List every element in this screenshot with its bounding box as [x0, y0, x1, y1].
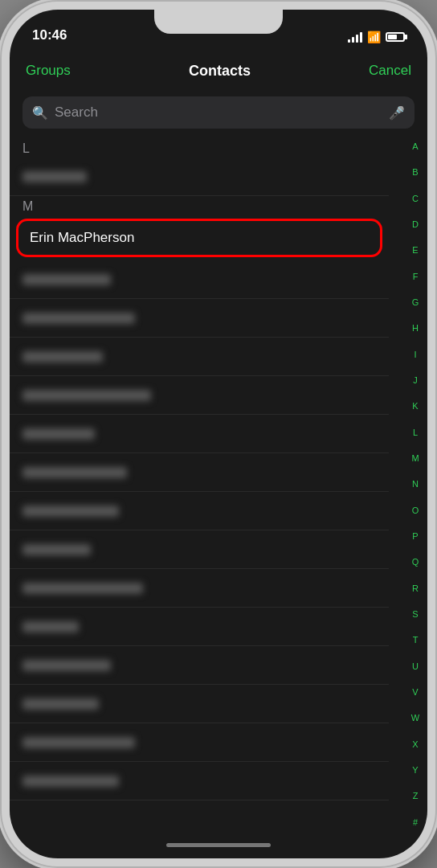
alpha-l[interactable]: L — [413, 428, 418, 438]
status-time: 10:46 — [32, 27, 67, 43]
wifi-icon: 📶 — [367, 31, 381, 43]
blurred-contact — [22, 698, 99, 710]
alpha-w[interactable]: W — [411, 713, 419, 723]
section-header-l: L — [10, 138, 389, 158]
blurred-contact — [22, 428, 95, 440]
alpha-y[interactable]: Y — [412, 765, 418, 776]
phone-shell: 10:46 📶 Groups Contacts Cancel — [0, 0, 437, 868]
blurred-contact — [22, 583, 143, 594]
list-scroll-content: L M Erin MacPherson — [10, 138, 408, 831]
alpha-u[interactable]: U — [412, 661, 419, 672]
blurred-contact — [22, 776, 119, 787]
alpha-n[interactable]: N — [412, 479, 419, 489]
status-icons: 📶 — [348, 31, 405, 43]
list-item[interactable] — [10, 530, 389, 569]
alpha-d[interactable]: D — [412, 219, 419, 230]
search-bar-container: 🔍 Search 🎤 — [10, 92, 427, 138]
alpha-x[interactable]: X — [412, 739, 418, 750]
alpha-f[interactable]: F — [413, 272, 419, 282]
alpha-e[interactable]: E — [412, 245, 418, 256]
list-item[interactable] — [10, 376, 389, 415]
page-title: Contacts — [189, 63, 251, 80]
blurred-contact — [22, 737, 135, 748]
search-icon: 🔍 — [32, 105, 48, 121]
alpha-h[interactable]: H — [412, 323, 419, 334]
list-item[interactable] — [10, 492, 389, 530]
contact-list: L M Erin MacPherson — [10, 138, 427, 831]
alphabet-index[interactable]: A B C D E F G H I J K L M N O P Q R S T — [408, 138, 427, 831]
blurred-contact — [22, 274, 111, 285]
contact-name-erin: Erin MacPherson — [30, 230, 134, 246]
list-item[interactable] — [10, 260, 389, 299]
alpha-j[interactable]: J — [413, 375, 418, 386]
alpha-o[interactable]: O — [412, 506, 419, 516]
cancel-button[interactable]: Cancel — [369, 63, 411, 79]
alpha-a[interactable]: A — [412, 141, 418, 152]
home-indicator — [10, 831, 427, 858]
list-item[interactable] — [10, 646, 389, 685]
home-bar — [166, 843, 271, 847]
phone-screen: 10:46 📶 Groups Contacts Cancel — [10, 10, 427, 858]
battery-icon — [386, 32, 405, 42]
blurred-contact — [22, 467, 127, 478]
list-item[interactable] — [10, 723, 389, 762]
list-item[interactable] — [10, 608, 389, 646]
alpha-m[interactable]: M — [411, 453, 419, 464]
notch — [154, 10, 283, 34]
blurred-contact — [22, 390, 151, 401]
blurred-contact — [22, 621, 79, 633]
alpha-g[interactable]: G — [412, 297, 419, 308]
alpha-b[interactable]: B — [412, 167, 418, 178]
groups-button[interactable]: Groups — [26, 63, 71, 79]
blurred-contact — [22, 660, 111, 671]
alpha-c[interactable]: C — [412, 194, 419, 204]
search-bar[interactable]: 🔍 Search 🎤 — [22, 96, 415, 129]
blurred-contact — [22, 313, 135, 324]
highlighted-contact-row[interactable]: Erin MacPherson — [16, 219, 382, 257]
alpha-z[interactable]: Z — [413, 791, 419, 801]
blurred-contact — [22, 171, 87, 182]
list-item[interactable] — [10, 685, 389, 723]
list-item[interactable] — [10, 415, 389, 453]
list-item[interactable] — [10, 158, 389, 196]
nav-bar: Groups Contacts Cancel — [10, 50, 427, 92]
section-header-m: M — [10, 196, 389, 215]
search-input[interactable]: Search — [55, 104, 382, 121]
blurred-contact — [22, 544, 91, 555]
list-item[interactable] — [10, 569, 389, 608]
list-item[interactable] — [10, 338, 389, 376]
alpha-hash[interactable]: # — [413, 817, 418, 828]
list-item[interactable] — [10, 762, 389, 800]
alpha-p[interactable]: P — [412, 531, 418, 542]
signal-icon — [348, 31, 362, 43]
alpha-q[interactable]: Q — [412, 557, 419, 567]
blurred-contact — [22, 351, 103, 362]
alpha-t[interactable]: T — [413, 635, 419, 645]
alpha-r[interactable]: R — [412, 583, 419, 594]
alpha-k[interactable]: K — [412, 401, 418, 411]
alpha-s[interactable]: S — [412, 609, 418, 620]
alpha-v[interactable]: V — [412, 687, 418, 698]
list-item[interactable] — [10, 299, 389, 338]
blurred-contact — [22, 506, 119, 517]
mic-icon[interactable]: 🎤 — [389, 105, 405, 121]
list-item[interactable] — [10, 453, 389, 492]
alpha-i[interactable]: I — [414, 350, 416, 360]
